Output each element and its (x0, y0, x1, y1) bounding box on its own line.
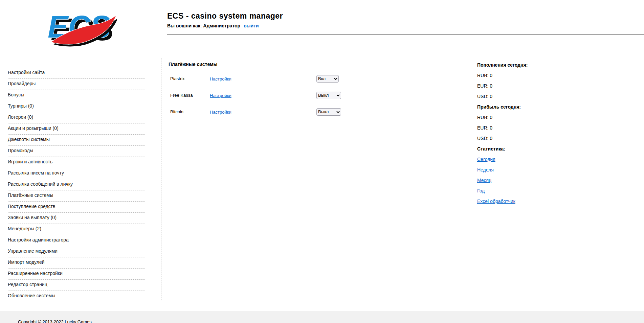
sidebar-item-bonuses[interactable]: Бонусы (8, 90, 145, 101)
sidebar-item-players-activity[interactable]: Игроки и активность (8, 157, 145, 168)
payment-row-freekassa: Free Kassa Настройки Выкл (169, 87, 463, 103)
sidebar-item-providers[interactable]: Провайдеры (8, 79, 145, 90)
main-stats-divider (470, 58, 470, 300)
header-divider (167, 34, 644, 35)
payment-name: Free Kassa (170, 93, 210, 98)
panel-heading: Платёжные системы (169, 62, 463, 67)
stats-heading: Статистика: (477, 145, 579, 155)
deposits-heading: Пополнения сегодня: (477, 61, 579, 71)
stats-link-excel[interactable]: Excel обработчик (477, 199, 515, 204)
sidebar-item-email-mailing[interactable]: Рассылка писем на почту (8, 168, 145, 179)
sidebar-item-module-import[interactable]: Импорт модулей (8, 257, 145, 269)
deposits-rub: RUB: 0 (477, 71, 579, 82)
payment-rows: Piastrix Настройки Вкл Free Kassa Настро… (169, 70, 463, 120)
payment-state-select[interactable]: Выкл (316, 92, 341, 99)
content-area: Настройки сайта Провайдеры Бонусы Турнир… (0, 58, 644, 300)
logout-link[interactable]: выйти (244, 23, 259, 28)
sidebar-item-lotteries[interactable]: Лотереи (0) (8, 112, 145, 123)
profit-usd: USD: 0 (477, 134, 579, 145)
sidebar-item-admin-settings[interactable]: Настройки администратора (8, 235, 145, 246)
sidebar-item-managers[interactable]: Менеджеры (2) (8, 224, 145, 235)
payment-name: Piastrix (170, 76, 210, 81)
sidebar-item-jackpots[interactable]: Джекпоты системы (8, 135, 145, 146)
sidebar-item-promocodes[interactable]: Промокоды (8, 146, 145, 157)
payment-settings-link[interactable]: Настройки (210, 93, 231, 98)
sidebar-nav: Настройки сайта Провайдеры Бонусы Турнир… (8, 68, 145, 302)
stats-link-month[interactable]: Месяц (477, 178, 491, 183)
sidebar-item-system-update[interactable]: Обновление системы (8, 291, 145, 302)
sidebar-item-page-editor[interactable]: Редактор страниц (8, 280, 145, 291)
profit-rub: RUB: 0 (477, 113, 579, 124)
profit-heading: Прибыль сегодня: (477, 103, 579, 113)
header: ECS - casino system manager Вы вошли как… (167, 11, 283, 28)
payment-state-select[interactable]: Вкл (316, 75, 339, 83)
profit-eur: EUR: 0 (477, 124, 579, 134)
admin-page: ECS ECS ECS - casino system manager Вы в… (0, 0, 644, 323)
copyright-text: Copyright © 2013-2022 Lucky Games (0, 311, 644, 323)
stats-link-week[interactable]: Неделя (477, 167, 494, 172)
footer: Copyright © 2013-2022 Lucky Games (0, 311, 644, 323)
payment-row-bitcoin: Bitcoin Настройки Выкл (169, 103, 463, 120)
sidebar-item-private-messages[interactable]: Рассылка сообщений в личку (8, 179, 145, 190)
sidebar-item-payout-requests[interactable]: Заявки на выплату (0) (8, 213, 145, 224)
sidebar-item-module-management[interactable]: Управление модулями (8, 246, 145, 257)
sidebar-item-incoming-funds[interactable]: Поступление средств (8, 202, 145, 213)
payment-state-select[interactable]: Выкл (316, 108, 341, 116)
deposits-eur: EUR: 0 (477, 82, 579, 92)
stats-panel: Пополнения сегодня: RUB: 0 EUR: 0 USD: 0… (477, 61, 579, 208)
stats-link-year[interactable]: Год (477, 188, 485, 193)
page-title: ECS - casino system manager (167, 11, 283, 21)
sidebar-item-payment-systems[interactable]: Платёжные системы (8, 190, 145, 202)
sidebar-item-tournaments[interactable]: Турниры (0) (8, 101, 145, 112)
sidebar-item-promotions[interactable]: Акции и розыгрыши (0) (8, 123, 145, 135)
sidebar-main-divider (161, 58, 161, 300)
payment-name: Bitcoin (170, 109, 210, 114)
sidebar-item-site-settings[interactable]: Настройки сайта (8, 68, 145, 79)
sidebar-item-advanced-settings[interactable]: Расширенные настройки (8, 269, 145, 280)
login-status-text: Вы вошли как: Администратор (167, 23, 240, 28)
payment-row-piastrix: Piastrix Настройки Вкл (169, 70, 463, 87)
payment-systems-panel: Платёжные системы Piastrix Настройки Вкл… (169, 62, 463, 120)
payment-settings-link[interactable]: Настройки (210, 110, 231, 115)
payment-settings-link[interactable]: Настройки (210, 76, 231, 82)
deposits-usd: USD: 0 (477, 92, 579, 103)
ecs-logo: ECS ECS (45, 6, 117, 49)
stats-link-today[interactable]: Сегодня (477, 157, 495, 162)
login-status: Вы вошли как: Администратор выйти (167, 23, 283, 28)
